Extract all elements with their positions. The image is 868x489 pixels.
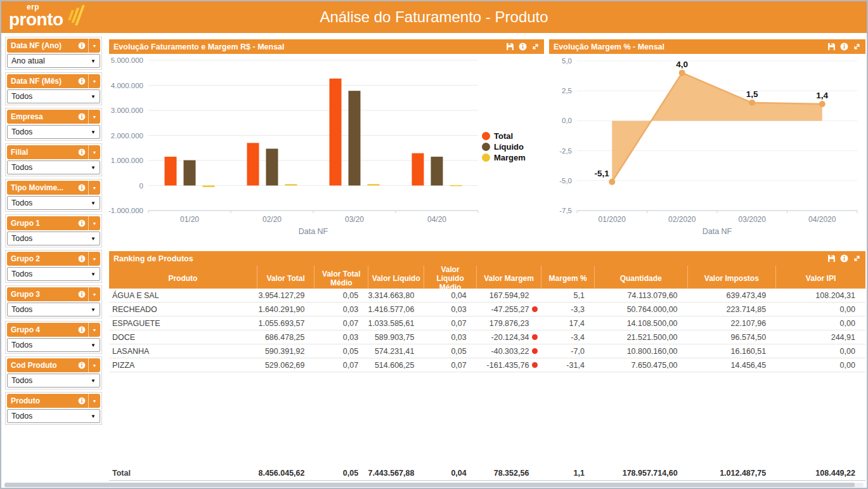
filter-select[interactable]: Todos ▼ [7,409,100,423]
cell-value: 16.160,51 [688,344,777,358]
filter-header[interactable]: Grupo 3 ▼ [7,287,100,301]
save-icon[interactable] [506,42,514,51]
info-icon[interactable] [78,184,86,192]
chevron-down-icon[interactable]: ▼ [88,358,100,372]
filter-select[interactable]: Todos ▼ [7,231,100,245]
legend-item[interactable]: Total [482,131,526,141]
filter-header[interactable]: Data NF (Mês) ▼ [7,74,100,88]
bar-total[interactable] [165,157,177,185]
filter-select[interactable]: Todos ▼ [7,267,100,281]
filter-select[interactable]: Todos ▼ [7,303,100,316]
chevron-down-icon[interactable]: ▼ [88,252,100,266]
cell-value: 223.714,85 [688,303,777,316]
info-icon[interactable] [78,113,86,121]
info-icon[interactable] [78,255,86,263]
info-icon[interactable] [519,42,527,51]
legend-item[interactable]: Margem [482,153,526,162]
cell-value: 50.764.000,00 [595,303,688,316]
info-icon[interactable] [78,219,86,227]
filter-header[interactable]: Data NF (Ano) ▼ [7,39,100,53]
filter-header[interactable]: Filial ▼ [7,145,100,159]
cell-value: 1.055.693,57 [257,316,315,330]
info-icon[interactable] [78,42,86,49]
table-row[interactable]: ÁGUA E SAL3.954.127,290,053.314.663,800,… [109,289,865,303]
filter-header[interactable]: Grupo 2 ▼ [7,252,100,266]
filter-card: Data NF (Mês) ▼ Todos ▼ [5,72,102,105]
negative-margin-dot-icon [532,348,538,354]
cell-value: 0,04 [424,289,476,302]
chevron-down-icon[interactable]: ▼ [88,216,100,230]
save-icon[interactable] [827,42,836,51]
filter-header[interactable]: Produto ▼ [7,394,100,408]
expand-icon[interactable] [531,42,540,51]
chevron-down-icon[interactable]: ▼ [88,287,100,301]
info-icon[interactable] [78,397,86,405]
axis-text: 3.000.000 [111,107,143,114]
filter-select[interactable]: Ano atual ▼ [7,54,100,68]
bar-total[interactable] [330,79,342,186]
negative-margin-dot-icon [532,306,538,312]
expand-icon[interactable] [853,254,861,263]
bar-líquido[interactable] [184,160,196,186]
expand-icon[interactable] [853,42,861,51]
filter-select[interactable]: Todos ▼ [7,374,100,388]
filter-value: Ano atual [11,56,45,65]
chevron-down-icon[interactable]: ▼ [88,394,100,408]
info-icon[interactable] [840,42,848,51]
bar-margem[interactable] [450,185,462,186]
table-row[interactable]: LASANHA590.391,920,05574.231,410,05-40.3… [109,344,865,358]
table-row[interactable]: ESPAGUETE1.055.693,570,071.033.585,610,0… [109,316,865,330]
data-point[interactable] [609,179,615,185]
chevron-down-icon: ▼ [91,58,96,64]
chevron-down-icon[interactable]: ▼ [88,145,100,159]
save-icon[interactable] [827,254,836,263]
filter-header[interactable]: Grupo 4 ▼ [7,323,100,337]
bar-líquido[interactable] [431,157,443,185]
chevron-down-icon[interactable]: ▼ [88,181,100,195]
bar-chart-canvas[interactable]: 5.000.0004.000.0003.000.0002.000.0001.00… [109,54,544,249]
axis-text: 1.000.000 [111,157,143,164]
table-total-row: Total8.456.045,620,057.443.567,880,0478.… [109,466,865,481]
filter-header[interactable]: Tipo Movime... ▼ [7,181,100,195]
horizontal-scrollbar[interactable] [4,483,864,487]
table-row[interactable]: RECHEADO1.640.291,900,031.416.577,060,03… [109,303,865,316]
info-icon[interactable] [78,362,86,369]
data-point[interactable] [679,70,685,76]
bar-total[interactable] [247,143,259,185]
filter-select[interactable]: Todos ▼ [7,338,100,352]
cell-value: 179.876,23 [477,316,542,330]
filter-label: Cod Produto [11,361,78,370]
bar-margem[interactable] [368,184,380,185]
filter-header[interactable]: Cod Produto ▼ [7,358,100,372]
bar-total[interactable] [412,153,424,186]
filter-select[interactable]: Todos ▼ [7,196,100,210]
info-icon[interactable] [78,148,86,156]
table-row[interactable]: PIZZA529.062,690,07514.606,250,07-161.43… [109,358,865,372]
filter-header[interactable]: Empresa ▼ [7,110,100,124]
filter-value: Todos [11,376,32,385]
chevron-down-icon[interactable]: ▼ [88,110,100,124]
area-chart-canvas[interactable]: 5,02,50,0-2,5-5,0-7,501/202002/202003/20… [549,54,865,249]
axis-text: 04/20 [427,215,446,224]
chevron-down-icon[interactable]: ▼ [88,39,100,53]
scrollbar-thumb[interactable] [4,483,855,487]
chevron-down-icon[interactable]: ▼ [88,74,100,88]
info-icon[interactable] [78,290,86,298]
chevron-down-icon[interactable]: ▼ [88,323,100,337]
filter-select[interactable]: Todos ▼ [7,160,100,174]
filter-select[interactable]: Todos ▼ [7,125,100,139]
data-point[interactable] [749,100,755,106]
info-icon[interactable] [840,254,848,263]
data-point[interactable] [819,101,826,107]
bar-líquido[interactable] [349,91,361,185]
bar-margem[interactable] [285,184,297,185]
info-icon[interactable] [78,77,86,85]
bar-líquido[interactable] [266,148,278,185]
filter-select[interactable]: Todos ▼ [7,89,100,103]
filter-header[interactable]: Grupo 1 ▼ [7,216,100,230]
axis-text: 0 [139,182,143,190]
table-row[interactable]: DOCE686.478,250,03589.903,750,03-20.124,… [109,330,865,344]
bar-margem[interactable] [203,186,215,187]
info-icon[interactable] [78,326,86,334]
legend-item[interactable]: Líquido [482,142,526,152]
